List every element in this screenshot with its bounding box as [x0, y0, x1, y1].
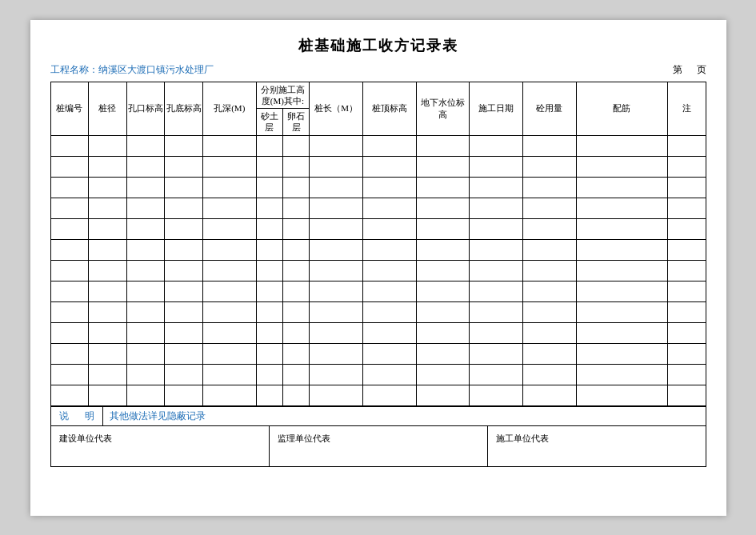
col-header-gravel: 卵石层 [282, 109, 309, 136]
col-header-sand: 砂土层 [256, 109, 282, 136]
table-header-row1: 桩编号 桩径 孔口标高 孔底标高 孔深(M) 分别施工高度(M)其中: 桩长（M… [50, 82, 706, 109]
page-title: 桩基础施工收方记录表 [50, 36, 706, 55]
col-header-pile-num: 桩编号 [50, 82, 89, 135]
table-row [50, 135, 706, 156]
col-header-date: 施工日期 [470, 82, 523, 135]
table-row [50, 239, 706, 260]
col-header-construction-height: 分别施工高度(M)其中: [256, 82, 310, 109]
col-header-depth: 孔深(M) [202, 82, 256, 135]
project-name: 工程名称：纳溪区大渡口镇污水处理厂 [50, 63, 214, 77]
table-row [50, 322, 706, 343]
col-header-pile-top: 桩顶标高 [362, 82, 416, 135]
table-row [50, 260, 706, 281]
table-row [50, 385, 706, 405]
table-row [50, 301, 706, 322]
col-header-water: 地下水位标高 [416, 82, 470, 135]
signatures-row: 建设单位代表 监理单位代表 施工单位代表 [50, 425, 706, 467]
col-header-rebar: 配筋 [576, 82, 667, 135]
info-row: 工程名称：纳溪区大渡口镇污水处理厂 第 页 [50, 63, 706, 77]
main-table: 桩编号 桩径 孔口标高 孔底标高 孔深(M) 分别施工高度(M)其中: 桩长（M… [50, 82, 706, 406]
sig-cell-supervisor: 监理单位代表 [270, 426, 488, 466]
col-header-pile-len: 桩长（M） [310, 82, 363, 135]
col-header-hole-bot: 孔底标高 [165, 82, 203, 135]
table-row [50, 364, 706, 385]
table-row [50, 156, 706, 177]
col-header-note: 注 [667, 82, 706, 135]
note-row: 说 明 其他做法详见隐蔽记录 [50, 406, 706, 425]
note-label: 说 明 [51, 407, 103, 425]
page: 桩基础施工收方记录表 工程名称：纳溪区大渡口镇污水处理厂 第 页 桩编号 桩径 … [30, 20, 726, 516]
col-header-pile-dia: 桩径 [89, 82, 127, 135]
note-content: 其他做法详见隐蔽记录 [103, 407, 706, 425]
table-row [50, 218, 706, 239]
table-row [50, 343, 706, 364]
col-header-concrete: 砼用量 [522, 82, 576, 135]
table-row [50, 281, 706, 301]
sig-cell-builder: 建设单位代表 [51, 426, 270, 466]
table-row [50, 177, 706, 198]
page-number: 第 页 [673, 63, 706, 77]
table-body [50, 135, 706, 405]
col-header-hole-top: 孔口标高 [126, 82, 165, 135]
table-row [50, 198, 706, 218]
sig-cell-constructor: 施工单位代表 [488, 426, 706, 466]
